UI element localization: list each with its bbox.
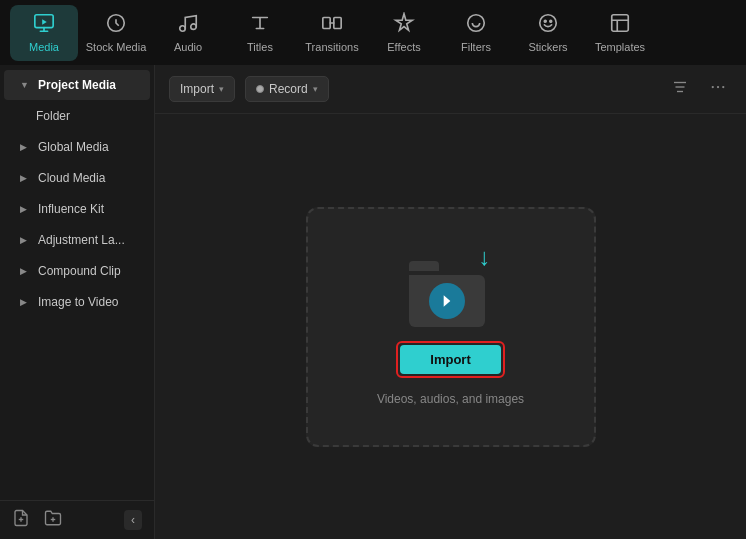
sidebar-adjustment-label: Adjustment La...: [38, 233, 125, 247]
nav-item-transitions[interactable]: Transitions: [298, 5, 366, 61]
nav-filters-label: Filters: [461, 41, 491, 53]
svg-rect-10: [612, 15, 629, 32]
svg-point-18: [712, 86, 714, 88]
sidebar-items: ▼ Project Media Folder ▶ Global Media ▶ …: [0, 65, 154, 500]
nav-titles-label: Titles: [247, 41, 273, 53]
svg-point-8: [544, 20, 546, 22]
svg-rect-4: [323, 18, 330, 29]
import-area: ↓ Import: [155, 114, 746, 539]
sidebar-image-to-video-label: Image to Video: [38, 295, 119, 309]
sidebar-project-media-label: Project Media: [38, 78, 116, 92]
nav-templates-label: Templates: [595, 41, 645, 53]
chevron-right-icon: ▶: [20, 142, 30, 152]
folder-tab: [409, 261, 439, 271]
stock-media-icon: [105, 12, 127, 37]
content-toolbar: Import ▾ Record ▾: [155, 65, 746, 114]
import-action-button[interactable]: Import: [400, 345, 500, 374]
media-icon: [33, 12, 55, 37]
nav-audio-label: Audio: [174, 41, 202, 53]
nav-item-templates[interactable]: Templates: [586, 5, 654, 61]
more-options-button[interactable]: [704, 75, 732, 103]
nav-effects-label: Effects: [387, 41, 420, 53]
sidebar-global-media-label: Global Media: [38, 140, 109, 154]
chevron-right-icon: ▶: [20, 297, 30, 307]
record-dot-icon: [256, 85, 264, 93]
sidebar-item-global-media[interactable]: ▶ Global Media: [4, 132, 150, 162]
sidebar-item-adjustment-layer[interactable]: ▶ Adjustment La...: [4, 225, 150, 255]
nav-item-media[interactable]: Media: [10, 5, 78, 61]
nav-item-effects[interactable]: Effects: [370, 5, 438, 61]
nav-item-audio[interactable]: Audio: [154, 5, 222, 61]
new-file-icon[interactable]: [12, 509, 30, 531]
content-area: Import ▾ Record ▾: [155, 65, 746, 539]
sidebar-cloud-media-label: Cloud Media: [38, 171, 105, 185]
sidebar-item-compound-clip[interactable]: ▶ Compound Clip: [4, 256, 150, 286]
sidebar-item-cloud-media[interactable]: ▶ Cloud Media: [4, 163, 150, 193]
svg-point-19: [717, 86, 719, 88]
nav-transitions-label: Transitions: [305, 41, 358, 53]
effects-icon: [393, 12, 415, 37]
nav-item-filters[interactable]: Filters: [442, 5, 510, 61]
nav-stickers-label: Stickers: [528, 41, 567, 53]
filter-sort-button[interactable]: [666, 75, 694, 103]
nav-item-stickers[interactable]: Stickers: [514, 5, 582, 61]
top-navigation: Media Stock Media Audio Titles: [0, 0, 746, 65]
down-arrow-icon: ↓: [479, 245, 491, 269]
nav-media-label: Media: [29, 41, 59, 53]
templates-icon: [609, 12, 631, 37]
svg-rect-5: [334, 18, 341, 29]
sidebar-compound-clip-label: Compound Clip: [38, 264, 121, 278]
chevron-down-icon: ▼: [20, 80, 30, 90]
import-button[interactable]: Import ▾: [169, 76, 235, 102]
import-subtext: Videos, audios, and images: [377, 392, 524, 406]
nav-stock-label: Stock Media: [86, 41, 147, 53]
chevron-right-icon: ▶: [20, 204, 30, 214]
svg-point-7: [540, 15, 557, 32]
import-label: Import: [180, 82, 214, 96]
new-folder-icon[interactable]: [44, 509, 62, 531]
titles-icon: [249, 12, 271, 37]
svg-point-6: [468, 15, 485, 32]
filmora-logo-icon: [429, 283, 465, 319]
chevron-right-icon: ▶: [20, 266, 30, 276]
sidebar: ▼ Project Media Folder ▶ Global Media ▶ …: [0, 65, 155, 539]
chevron-right-icon: ▶: [20, 235, 30, 245]
stickers-icon: [537, 12, 559, 37]
folder-body: [409, 275, 485, 327]
nav-item-titles[interactable]: Titles: [226, 5, 294, 61]
main-layout: ▼ Project Media Folder ▶ Global Media ▶ …: [0, 65, 746, 539]
record-label: Record: [269, 82, 308, 96]
filters-icon: [465, 12, 487, 37]
import-dropzone[interactable]: ↓ Import: [306, 207, 596, 447]
import-caret-icon: ▾: [219, 84, 224, 94]
chevron-right-icon: ▶: [20, 173, 30, 183]
sidebar-footer: ‹: [0, 500, 154, 539]
nav-item-stock-media[interactable]: Stock Media: [82, 5, 150, 61]
import-icon-group: ↓: [409, 247, 493, 327]
sidebar-folder-label: Folder: [36, 109, 70, 123]
sidebar-item-project-media[interactable]: ▼ Project Media: [4, 70, 150, 100]
svg-point-9: [550, 20, 552, 22]
svg-point-2: [180, 26, 186, 32]
svg-point-3: [191, 24, 197, 29]
sidebar-item-image-to-video[interactable]: ▶ Image to Video: [4, 287, 150, 317]
record-button[interactable]: Record ▾: [245, 76, 329, 102]
import-button-wrapper: Import: [396, 341, 504, 378]
svg-point-20: [722, 86, 724, 88]
sidebar-influence-kit-label: Influence Kit: [38, 202, 104, 216]
record-caret-icon: ▾: [313, 84, 318, 94]
sidebar-item-folder[interactable]: Folder: [4, 101, 150, 131]
sidebar-collapse-button[interactable]: ‹: [124, 510, 142, 530]
transitions-icon: [321, 12, 343, 37]
audio-icon: [177, 12, 199, 37]
sidebar-item-influence-kit[interactable]: ▶ Influence Kit: [4, 194, 150, 224]
